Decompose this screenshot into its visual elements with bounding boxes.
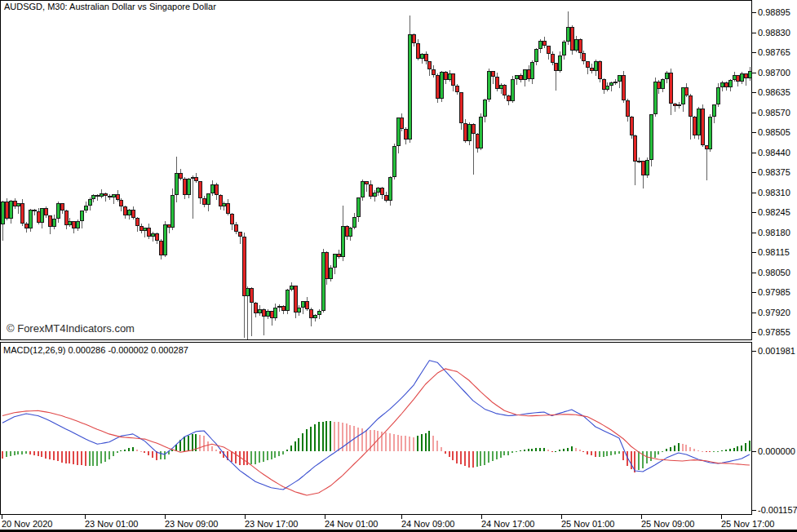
macd-histogram-bar [314, 424, 316, 451]
candle-body-bull [409, 35, 411, 139]
macd-histogram-bar [571, 446, 573, 451]
time-axis[interactable]: 20 Nov 202023 Nov 01:0023 Nov 09:0023 No… [2, 515, 774, 529]
price-axis-label: 0.98635 [758, 87, 790, 97]
candle-body-bull [441, 73, 443, 98]
candle-body-bear [582, 54, 585, 60]
candle-wicks-layer[interactable] [3, 11, 751, 339]
price-axis-label: 0.98245 [758, 207, 790, 217]
macd-histogram-bar [622, 451, 624, 460]
macd-histogram-bar [219, 451, 221, 454]
macd-histogram-layer[interactable] [2, 421, 751, 472]
macd-histogram-bar [57, 451, 59, 461]
candle-body-bull [211, 185, 214, 193]
price-axis[interactable]: 0.988950.988300.987650.987000.986350.985… [752, 7, 790, 337]
macd-histogram-bar [290, 446, 292, 451]
candle-body-bear [417, 44, 419, 58]
macd-histogram-bar [516, 451, 517, 452]
candle-body-bear [124, 207, 126, 215]
price-axis-label: 0.98310 [758, 188, 790, 197]
macd-histogram-bar [709, 451, 711, 452]
candle-body-bear [184, 180, 186, 194]
macd-histogram-bar [152, 451, 153, 458]
macd-main-line [2, 361, 750, 490]
macd-histogram-bar [61, 451, 63, 463]
candle-body-bear [140, 227, 143, 230]
time-axis-label: 24 Nov 01:00 [325, 519, 378, 529]
macd-histogram-bar [267, 451, 268, 460]
candle-body-bear [674, 104, 676, 105]
candle-body-bear [528, 70, 530, 78]
candle-body-bull [17, 204, 20, 206]
candle-body-bear [587, 62, 589, 67]
macd-histogram-bar [286, 450, 288, 451]
macd-histogram-bar [298, 438, 299, 451]
candle-body-bear [543, 42, 546, 45]
candle-body-bull [650, 115, 653, 159]
candle-body [613, 82, 618, 83]
macd-histogram-bar [33, 451, 35, 455]
macd-histogram-bar [745, 443, 746, 451]
price-axis-label: 0.97985 [758, 287, 790, 297]
candle-body-bear [325, 253, 328, 278]
macd-histogram-bar [21, 451, 23, 454]
macd-histogram-bar [678, 443, 680, 451]
candle-body-bear [49, 216, 51, 226]
candle-body-bull [259, 310, 261, 313]
macd-histogram-bar [654, 451, 656, 458]
candle-body-bull [500, 86, 503, 88]
candle-body-bear [413, 35, 415, 42]
macd-histogram-bar [10, 451, 11, 456]
candle-body-bear [61, 204, 64, 210]
price-axis-label: 0.97920 [758, 308, 790, 317]
macd-histogram-bar [618, 451, 620, 454]
price-axis-label: 0.97855 [758, 327, 790, 337]
macd-histogram-bar [670, 447, 671, 451]
macd-header: MACD(12,26,9) 0.000286 -0.000002 0.00028… [3, 345, 188, 355]
candle-body-bull [353, 218, 356, 227]
macd-histogram-bar [282, 451, 284, 454]
macd-histogram-bar [255, 451, 256, 464]
candle-body-bear [579, 40, 582, 52]
macd-histogram-bar [41, 451, 42, 457]
candle-body-bull [374, 193, 376, 196]
macd-histogram-bar [674, 446, 675, 451]
macd-indicator-axis[interactable]: 0.0019810.000000-0.001157 [752, 346, 797, 515]
macd-histogram-bar [65, 451, 67, 463]
candle-body-bear [436, 76, 439, 98]
macd-histogram-bar [445, 451, 446, 454]
macd-histogram-bar [2, 451, 3, 459]
candle-bodies-layer[interactable] [1, 27, 752, 318]
candle-body-bear [136, 219, 139, 225]
macd-lines-layer [2, 361, 750, 495]
macd-histogram-bar [330, 421, 331, 451]
candle-body-bull [318, 312, 321, 314]
candle-body-bull [421, 55, 423, 58]
macd-histogram-bar [452, 451, 454, 460]
candle-body-bull [618, 76, 621, 81]
price-axis-label: 0.98050 [758, 268, 790, 277]
time-axis-label: 24 Nov 09:00 [401, 519, 454, 529]
macd-histogram-bar [302, 433, 303, 451]
macd-histogram-bar [591, 451, 592, 455]
candle-body-bear [104, 194, 107, 195]
macd-histogram-bar [496, 451, 498, 459]
candle-body-bear [263, 310, 265, 316]
candle-body-bear [452, 74, 454, 85]
candle-body-bull [152, 234, 154, 236]
candle-body-bear [685, 88, 688, 95]
macd-histogram-bar [575, 448, 577, 451]
candle-body-bull [575, 40, 578, 50]
candle-body-bear [622, 76, 625, 100]
macd-histogram-bar [140, 451, 142, 452]
candle-body-bull [267, 312, 269, 316]
macd-histogram-bar [733, 448, 735, 451]
candle-body-bear [179, 174, 182, 178]
macd-histogram-bar [144, 451, 145, 453]
macd-histogram-bar [520, 450, 521, 451]
price-axis-label: 0.98375 [758, 167, 790, 177]
macd-histogram-bar [543, 448, 545, 451]
macd-histogram-bar [749, 441, 751, 451]
macd-histogram-bar [203, 436, 205, 451]
macd-panel-frame [1, 343, 752, 515]
price-axis-label: 0.98505 [758, 127, 790, 137]
